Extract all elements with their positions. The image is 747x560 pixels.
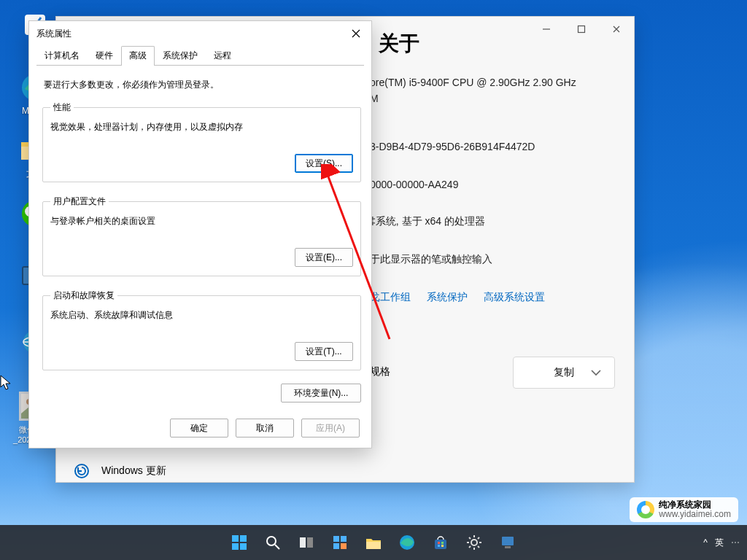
taskview-button[interactable] bbox=[292, 528, 321, 557]
group-performance: 性能 视觉效果，处理器计划，内存使用，以及虚拟内存 设置(S)... bbox=[42, 101, 361, 182]
svg-line-41 bbox=[469, 537, 471, 539]
group-startup: 启动和故障恢复 系统启动、系统故障和调试信息 设置(T)... bbox=[42, 289, 361, 370]
widgets-button[interactable] bbox=[325, 528, 355, 557]
svg-rect-32 bbox=[438, 542, 440, 544]
tab-remote[interactable]: 远程 bbox=[206, 46, 239, 66]
product-id: 0000-00000-AA249 bbox=[370, 179, 691, 190]
svg-rect-29 bbox=[366, 542, 381, 549]
settings-icon[interactable] bbox=[460, 528, 489, 557]
svg-point-21 bbox=[267, 537, 276, 545]
related-links: 戈工作组 系统保护 高级系统设置 bbox=[370, 291, 691, 304]
svg-rect-17 bbox=[232, 535, 239, 542]
arch-text: ‡系统, 基于 x64 的处理器 bbox=[370, 215, 691, 228]
watermark: 纯净系统家园 www.yidaimei.com bbox=[630, 497, 738, 522]
tray-chevron[interactable]: ^ bbox=[703, 537, 708, 548]
svg-rect-45 bbox=[502, 537, 514, 545]
ok-button[interactable]: 确定 bbox=[170, 419, 228, 438]
svg-rect-33 bbox=[441, 542, 444, 544]
explorer-button[interactable] bbox=[359, 528, 388, 557]
svg-rect-34 bbox=[438, 545, 440, 547]
env-vars-button[interactable]: 环境变量(N)... bbox=[281, 384, 361, 402]
store-button[interactable] bbox=[426, 528, 455, 557]
tab-protect[interactable]: 系统保护 bbox=[155, 46, 206, 66]
tab-advanced[interactable]: 高级 bbox=[121, 46, 155, 66]
spec-header: 规格 bbox=[370, 365, 390, 378]
dialog-close-button[interactable] bbox=[345, 24, 367, 43]
svg-rect-19 bbox=[232, 543, 239, 550]
legend-startup: 启动和故障恢复 bbox=[50, 289, 117, 302]
svg-point-36 bbox=[471, 540, 477, 545]
svg-line-22 bbox=[275, 545, 279, 549]
svg-line-16 bbox=[327, 173, 390, 339]
svg-rect-23 bbox=[300, 537, 306, 548]
svg-rect-20 bbox=[240, 543, 247, 550]
cpu-text: ore(TM) i5-9400F CPU @ 2.90GHz 2.90 GHz bbox=[370, 77, 691, 88]
svg-rect-27 bbox=[333, 543, 339, 549]
legend-profile: 用户配置文件 bbox=[50, 195, 109, 208]
svg-rect-24 bbox=[307, 537, 313, 548]
search-button[interactable] bbox=[258, 528, 287, 557]
watermark-line1: 纯净系统家园 bbox=[659, 500, 731, 510]
legend-performance: 性能 bbox=[50, 101, 74, 114]
svg-rect-31 bbox=[435, 540, 446, 549]
taskbar: ^ 英 ⋯ bbox=[0, 525, 747, 560]
letter-m: M bbox=[370, 93, 691, 104]
start-button[interactable] bbox=[225, 528, 254, 557]
chevron-down-icon[interactable] bbox=[590, 367, 602, 378]
svg-rect-18 bbox=[240, 535, 247, 542]
svg-rect-35 bbox=[441, 545, 444, 547]
tab-hardware[interactable]: 硬件 bbox=[88, 46, 121, 66]
desc-performance: 视觉效果，处理器计划，内存使用，以及虚拟内存 bbox=[50, 121, 353, 133]
watermark-line2: www.yidaimei.com bbox=[659, 510, 731, 519]
update-icon bbox=[74, 463, 90, 479]
watermark-logo-icon bbox=[637, 501, 654, 518]
cancel-button[interactable]: 取消 bbox=[236, 419, 294, 438]
windows-update-item[interactable]: Windows 更新 bbox=[74, 463, 166, 479]
svg-rect-26 bbox=[341, 536, 347, 542]
tab-strip: 计算机名 硬件 高级 系统保护 远程 bbox=[29, 46, 371, 65]
svg-rect-25 bbox=[333, 536, 339, 542]
desc-startup: 系统启动、系统故障和调试信息 bbox=[50, 309, 353, 322]
pen-text: 于此显示器的笔或触控输入 bbox=[370, 253, 691, 266]
svg-line-43 bbox=[478, 537, 479, 539]
svg-line-42 bbox=[478, 546, 479, 548]
link-protect[interactable]: 系统保护 bbox=[427, 291, 468, 303]
admin-hint: 要进行大多数更改，你必须作为管理员登录。 bbox=[44, 79, 361, 91]
device-id: 3-D9B4-4D79-95D6-26B914F4472D bbox=[370, 141, 691, 152]
annotation-arrow bbox=[321, 164, 401, 346]
group-profile: 用户配置文件 与登录帐户相关的桌面设置 设置(E)... bbox=[42, 195, 361, 276]
svg-rect-46 bbox=[505, 546, 511, 548]
desc-profile: 与登录帐户相关的桌面设置 bbox=[50, 215, 353, 228]
tray: ^ 英 ⋯ bbox=[703, 537, 740, 549]
ime-indicator[interactable]: 英 bbox=[715, 537, 724, 549]
apply-button[interactable]: 应用(A) bbox=[301, 419, 360, 438]
link-advanced[interactable]: 高级系统设置 bbox=[484, 291, 545, 303]
tab-computer-name[interactable]: 计算机名 bbox=[36, 46, 88, 66]
app-icon[interactable] bbox=[493, 528, 522, 557]
svg-line-44 bbox=[469, 546, 471, 548]
svg-rect-28 bbox=[341, 543, 347, 549]
page-title: 关于 bbox=[379, 30, 621, 58]
cursor-icon bbox=[0, 375, 13, 391]
edge-button[interactable] bbox=[392, 528, 422, 557]
dialog-title: 系统属性 bbox=[36, 28, 345, 40]
